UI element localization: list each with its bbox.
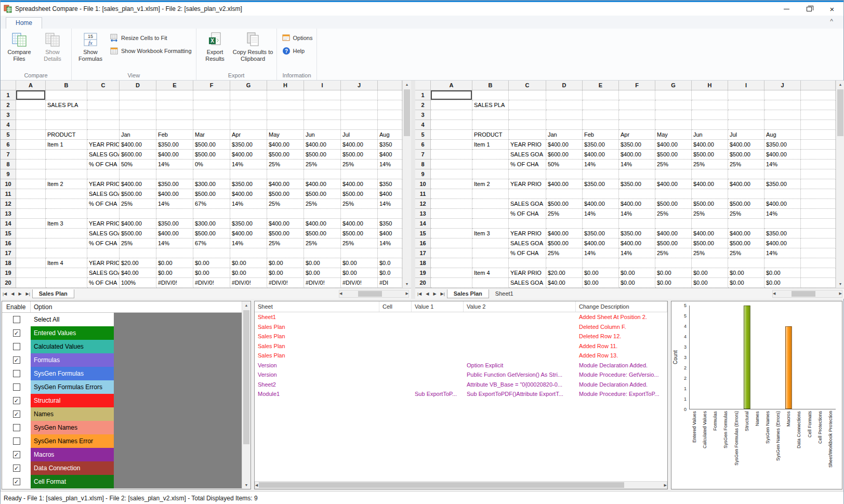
cell[interactable]: [46, 278, 87, 288]
cell[interactable]: $500.00: [341, 150, 378, 160]
cell[interactable]: $400.00: [692, 229, 728, 238]
cell[interactable]: [378, 209, 402, 219]
cell[interactable]: Item 4: [472, 268, 509, 278]
cell[interactable]: $400.00: [120, 140, 156, 150]
cell[interactable]: 14%: [764, 248, 801, 258]
row-header[interactable]: 12: [1, 199, 16, 209]
cell[interactable]: $400.00: [304, 219, 341, 229]
cell[interactable]: $400.00: [156, 229, 193, 238]
row-header[interactable]: 7: [415, 150, 431, 160]
cell[interactable]: [583, 189, 619, 199]
cell[interactable]: [46, 169, 87, 179]
cell[interactable]: [801, 278, 836, 288]
cell[interactable]: % OF CHA: [87, 199, 120, 209]
cell[interactable]: [156, 209, 193, 219]
cell[interactable]: 14%: [619, 209, 655, 219]
cell[interactable]: $0.00: [193, 258, 230, 268]
cell[interactable]: [546, 219, 583, 229]
cell[interactable]: [801, 90, 836, 100]
cell[interactable]: #DIV/0!: [156, 278, 193, 288]
cell[interactable]: [16, 219, 46, 229]
result-column-header[interactable]: Change Description: [576, 301, 667, 312]
cell[interactable]: $400.00: [341, 219, 378, 229]
cell[interactable]: $0.00: [230, 268, 267, 278]
cell[interactable]: YEAR PRIO: [509, 268, 546, 278]
option-checkbox[interactable]: ✓: [13, 329, 20, 337]
result-column-header[interactable]: Value 1: [412, 301, 464, 312]
cell[interactable]: [801, 100, 836, 110]
cell[interactable]: [546, 258, 583, 268]
prev-sheet-icon[interactable]: ◀: [9, 291, 16, 296]
cell[interactable]: [431, 268, 472, 278]
cell[interactable]: 25%: [120, 238, 156, 248]
result-column-header[interactable]: Sheet: [255, 301, 379, 312]
cell[interactable]: [619, 120, 655, 130]
option-checkbox[interactable]: ✓: [13, 410, 20, 418]
cell[interactable]: $400: [378, 189, 402, 199]
result-row[interactable]: Module1Sub ExportToP...Sub ExportToPDF()…: [255, 389, 667, 399]
cell[interactable]: $350.00: [583, 140, 619, 150]
cell[interactable]: [509, 110, 546, 120]
cell[interactable]: [378, 90, 402, 100]
scrollbar-thumb[interactable]: [837, 89, 843, 136]
cell[interactable]: [267, 248, 304, 258]
cell[interactable]: $40.00: [546, 278, 583, 288]
cell[interactable]: [801, 199, 836, 209]
cell[interactable]: % OF CHA: [509, 160, 546, 169]
cell[interactable]: [619, 189, 655, 199]
cell[interactable]: $0.0: [378, 258, 402, 268]
cell[interactable]: $0.00: [692, 278, 728, 288]
cell[interactable]: $400.00: [546, 229, 583, 238]
cell[interactable]: [87, 248, 120, 258]
cell[interactable]: 25%: [546, 209, 583, 219]
cell[interactable]: [619, 100, 655, 110]
row-header[interactable]: 1: [415, 90, 431, 100]
result-row[interactable]: Sheet1Added Sheet At Position 2.: [255, 312, 667, 322]
result-row[interactable]: Sales PlanDeleted Row 12.: [255, 331, 667, 341]
row-header[interactable]: 8: [1, 160, 16, 169]
cell[interactable]: $500.00: [267, 150, 304, 160]
results-horizontal-scrollbar[interactable]: ◀ ▶: [255, 481, 667, 489]
option-label[interactable]: Macros: [31, 448, 114, 461]
cell[interactable]: 100%: [120, 278, 156, 288]
cell[interactable]: SALES GOA: [509, 238, 546, 248]
cell[interactable]: [431, 189, 472, 199]
cell[interactable]: [431, 130, 472, 140]
column-header[interactable]: G: [655, 81, 692, 90]
scrollbar-thumb[interactable]: [792, 291, 815, 297]
cell[interactable]: SALES GOA: [509, 278, 546, 288]
cell[interactable]: [193, 110, 230, 120]
cell[interactable]: $500.00: [341, 189, 378, 199]
option-label[interactable]: Data Connection: [31, 461, 114, 475]
cell[interactable]: $400.00: [583, 238, 619, 248]
cell[interactable]: $600.00: [546, 150, 583, 160]
cell[interactable]: $0.00: [619, 268, 655, 278]
next-sheet-icon[interactable]: ▶: [431, 291, 438, 296]
cell[interactable]: $350.00: [156, 140, 193, 150]
cell[interactable]: [120, 90, 156, 100]
row-header[interactable]: 10: [415, 179, 431, 189]
cell[interactable]: $400.00: [230, 189, 267, 199]
option-label[interactable]: SysGen Names: [31, 421, 114, 434]
column-header[interactable]: J: [764, 81, 801, 90]
cell[interactable]: [193, 100, 230, 110]
cell[interactable]: [764, 90, 801, 100]
column-header[interactable]: A: [16, 81, 46, 90]
cell[interactable]: [655, 110, 692, 120]
cell[interactable]: $0.00: [655, 278, 692, 288]
cell[interactable]: $400.00: [655, 229, 692, 238]
cell[interactable]: 14%: [156, 238, 193, 248]
row-header[interactable]: 18: [415, 258, 431, 268]
cell[interactable]: [801, 110, 836, 120]
cell[interactable]: [16, 90, 46, 100]
cell[interactable]: 25%: [341, 199, 378, 209]
cell[interactable]: [764, 258, 801, 268]
cell[interactable]: 14%: [378, 160, 402, 169]
close-button[interactable]: ×: [821, 2, 843, 16]
cell[interactable]: $350.00: [619, 229, 655, 238]
file1-vertical-scrollbar[interactable]: ▲ ▼: [402, 81, 411, 288]
cell[interactable]: YEAR PRIO: [87, 179, 120, 189]
next-sheet-icon[interactable]: ▶: [16, 291, 23, 296]
cell[interactable]: $500.00: [341, 229, 378, 238]
cell[interactable]: [546, 189, 583, 199]
